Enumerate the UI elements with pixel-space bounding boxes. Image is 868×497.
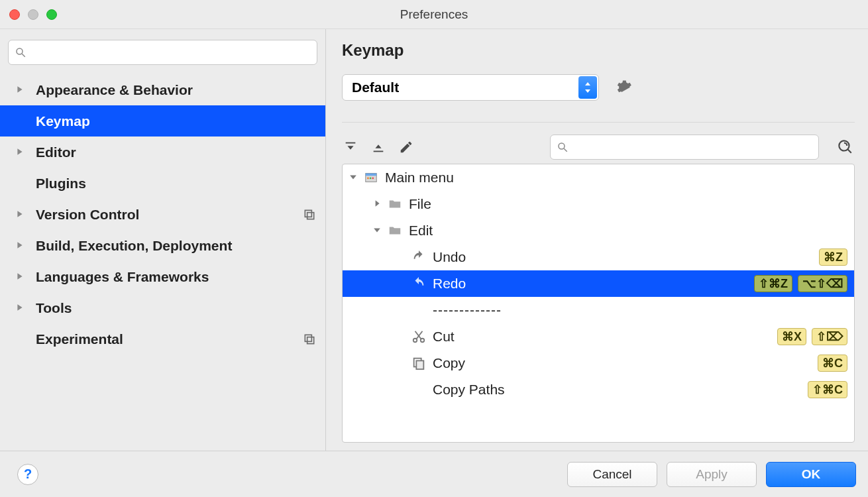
sidebar-item-appearance-behavior[interactable]: Appearance & Behavior xyxy=(0,74,325,105)
shortcut-badges: ⇧⌘C xyxy=(808,381,847,398)
svg-rect-5 xyxy=(307,337,314,343)
edit-shortcut-button[interactable] xyxy=(398,138,415,156)
tree-row-file[interactable]: File xyxy=(343,191,854,217)
svg-rect-7 xyxy=(374,151,384,152)
svg-line-19 xyxy=(416,331,422,339)
tree-row-cut[interactable]: Cut⌘X⇧⌦ xyxy=(343,323,854,350)
svg-rect-22 xyxy=(416,360,423,369)
shortcut-badges: ⌘C xyxy=(818,355,847,372)
svg-rect-3 xyxy=(307,212,314,219)
sidebar-item-label: Editor xyxy=(36,144,76,160)
disclosure-arrow-icon xyxy=(16,148,25,157)
tree-row-label: Main menu xyxy=(385,170,454,186)
scheme-actions-gear-icon[interactable] xyxy=(614,78,632,97)
tree-row-label: Cut xyxy=(433,329,455,345)
sidebar-search-input[interactable] xyxy=(8,40,317,65)
tree-row-undo[interactable]: Undo⌘Z xyxy=(343,244,854,270)
sidebar-item-label: Languages & Frameworks xyxy=(36,269,209,285)
settings-panel: Keymap Default xyxy=(326,29,868,451)
tree-row-label: ------------- xyxy=(433,302,502,318)
sidebar-item-label: Tools xyxy=(36,300,72,316)
sidebar-item-plugins[interactable]: Plugins xyxy=(0,168,325,199)
svg-line-20 xyxy=(415,331,421,339)
find-by-shortcut-button[interactable] xyxy=(836,138,855,156)
svg-point-0 xyxy=(17,48,23,54)
shortcut-badge: ⌥⇧⌫ xyxy=(798,275,847,292)
sidebar-item-label: Keymap xyxy=(36,113,90,129)
redo-icon xyxy=(411,276,426,291)
keymap-tree[interactable]: Main menuFileEditUndo⌘ZRedo⇧⌘Z⌥⇧⌫-------… xyxy=(342,164,855,443)
settings-sidebar: Appearance & BehaviorKeymapEditorPlugins… xyxy=(0,29,326,451)
svg-rect-13 xyxy=(366,174,377,176)
shortcut-badge: ⇧⌘Z xyxy=(754,275,792,292)
svg-line-11 xyxy=(847,149,851,152)
sidebar-item-editor[interactable]: Editor xyxy=(0,137,325,168)
svg-line-1 xyxy=(22,54,25,57)
project-scope-icon xyxy=(303,208,316,221)
sidebar-item-keymap[interactable]: Keymap xyxy=(0,105,325,137)
tree-row-label: Copy Paths xyxy=(433,382,505,398)
undo-icon xyxy=(411,250,426,264)
tree-arrow-icon xyxy=(373,226,382,235)
shortcut-badge: ⇧⌘C xyxy=(808,381,847,398)
window-title: Preferences xyxy=(0,7,868,22)
tree-separator[interactable]: ------------- xyxy=(343,297,854,323)
tree-row-copy[interactable]: Copy⌘C xyxy=(343,350,854,376)
sidebar-item-languages-frameworks[interactable]: Languages & Frameworks xyxy=(0,261,325,292)
main-menu-icon xyxy=(364,170,378,185)
tree-row-copy-paths[interactable]: Copy Paths⇧⌘C xyxy=(343,376,854,403)
shortcut-badge: ⌘C xyxy=(818,355,847,372)
help-button[interactable]: ? xyxy=(17,464,38,485)
disclosure-arrow-icon xyxy=(16,304,25,313)
sidebar-item-build-execution-deployment[interactable]: Build, Execution, Deployment xyxy=(0,230,325,261)
expand-all-button[interactable] xyxy=(342,138,359,156)
svg-rect-4 xyxy=(305,335,311,341)
disclosure-arrow-icon xyxy=(16,272,25,282)
svg-point-15 xyxy=(370,178,372,180)
disclosure-arrow-icon xyxy=(16,85,25,95)
sidebar-item-label: Version Control xyxy=(36,207,139,223)
shortcut-badges: ⌘Z xyxy=(819,248,847,266)
panel-title: Keymap xyxy=(342,41,855,60)
svg-point-14 xyxy=(367,178,369,180)
sidebar-item-experimental[interactable]: Experimental xyxy=(0,323,325,355)
disclosure-arrow-icon xyxy=(16,210,25,219)
apply-button[interactable]: Apply xyxy=(667,462,757,487)
svg-point-16 xyxy=(372,178,374,180)
svg-point-8 xyxy=(559,143,565,149)
shortcut-badges: ⌘X⇧⌦ xyxy=(777,328,847,345)
disclosure-arrow-icon xyxy=(16,241,25,250)
titlebar: Preferences xyxy=(0,0,868,29)
keymap-search-input[interactable] xyxy=(550,135,819,160)
shortcut-badge: ⌘Z xyxy=(819,248,847,266)
select-caret-icon xyxy=(578,76,597,99)
cut-icon xyxy=(411,329,426,344)
tree-row-redo[interactable]: Redo⇧⌘Z⌥⇧⌫ xyxy=(343,270,854,297)
keymap-scheme-select[interactable]: Default xyxy=(342,74,599,101)
search-icon xyxy=(557,141,569,153)
keymap-scheme-value: Default xyxy=(352,80,399,95)
project-scope-icon xyxy=(303,333,316,346)
tree-row-label: Redo xyxy=(433,276,466,292)
cancel-button[interactable]: Cancel xyxy=(567,462,657,487)
sidebar-item-label: Plugins xyxy=(36,176,86,192)
tree-row-label: Copy xyxy=(433,355,465,371)
tree-row-label: File xyxy=(409,196,431,212)
ok-button[interactable]: OK xyxy=(766,462,856,487)
svg-rect-2 xyxy=(305,210,311,217)
sidebar-item-version-control[interactable]: Version Control xyxy=(0,199,325,230)
search-icon xyxy=(15,46,27,58)
shortcut-badges: ⇧⌘Z⌥⇧⌫ xyxy=(754,275,847,292)
shortcut-badge: ⇧⌦ xyxy=(812,328,847,345)
tree-row-label: Edit xyxy=(409,223,433,239)
shortcut-badge: ⌘X xyxy=(777,328,806,345)
sidebar-item-tools[interactable]: Tools xyxy=(0,292,325,323)
tree-row-edit[interactable]: Edit xyxy=(343,217,854,244)
copy-icon xyxy=(411,356,426,370)
collapse-all-button[interactable] xyxy=(370,138,387,156)
tree-arrow-icon xyxy=(349,173,358,182)
sidebar-item-label: Experimental xyxy=(36,331,123,347)
svg-rect-6 xyxy=(346,142,356,144)
tree-row-main-menu[interactable]: Main menu xyxy=(343,164,854,191)
folder-icon xyxy=(388,197,402,211)
